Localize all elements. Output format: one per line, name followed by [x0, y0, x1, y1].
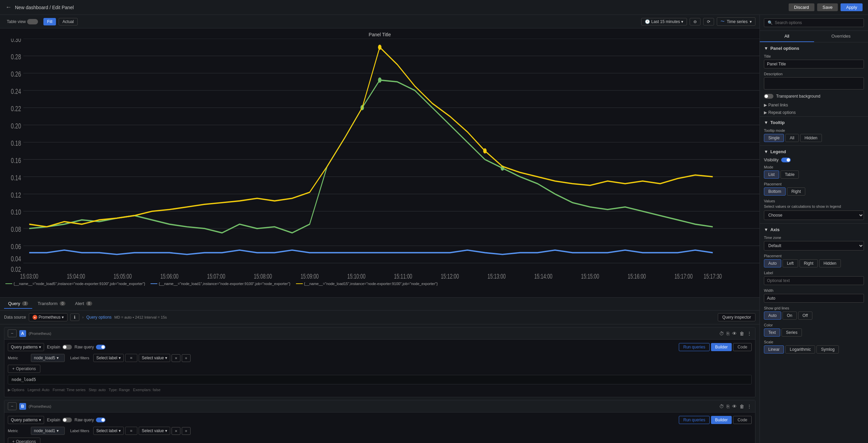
- legend-visibility-toggle[interactable]: [781, 158, 791, 162]
- tab-query[interactable]: Query 3: [4, 299, 32, 309]
- legend-values-select[interactable]: Choose: [764, 210, 864, 220]
- query-patterns-b[interactable]: Query patterns ▾: [8, 416, 44, 424]
- axis-header[interactable]: ▼ Axis: [764, 227, 864, 232]
- label-select-a[interactable]: Select label ▾: [93, 354, 124, 362]
- more-icon-a[interactable]: ⋮: [747, 331, 752, 336]
- delete-icon-b[interactable]: 🗑: [739, 404, 744, 409]
- axis-width-input[interactable]: [764, 294, 864, 303]
- fill-button[interactable]: Fill: [43, 18, 56, 25]
- eye-icon-b[interactable]: 👁: [732, 404, 737, 409]
- zoom-out-button[interactable]: ⊖: [690, 18, 701, 25]
- copy-icon-b[interactable]: ⎘: [727, 404, 729, 409]
- legend-label: Legend: [770, 149, 786, 154]
- table-view-toggle[interactable]: Table view: [4, 18, 41, 26]
- axis-timezone-select[interactable]: Default: [764, 241, 864, 250]
- axis-label-input[interactable]: [764, 276, 864, 285]
- code-a[interactable]: Code: [733, 343, 752, 351]
- run-queries-b[interactable]: Run queries: [679, 416, 710, 424]
- explain-toggle-a[interactable]: [62, 345, 72, 349]
- options-info-a[interactable]: ▶ Options Legend: Auto Format: Time seri…: [8, 386, 752, 394]
- axis-color-series[interactable]: Series: [782, 328, 802, 337]
- more-icon-b[interactable]: ⋮: [747, 404, 752, 409]
- axis-scale-symlog[interactable]: Symlog: [816, 345, 839, 354]
- copy-icon-a[interactable]: ⎘: [727, 331, 729, 336]
- discard-button[interactable]: Discard: [789, 3, 814, 11]
- legend-bottom[interactable]: Bottom: [764, 187, 786, 196]
- remove-filter-a[interactable]: ×: [172, 354, 180, 362]
- back-button[interactable]: ←: [5, 4, 12, 11]
- explain-toggle-b[interactable]: [62, 418, 72, 422]
- raw-query-toggle-a[interactable]: [96, 345, 105, 349]
- query-b-collapse[interactable]: −: [8, 402, 17, 410]
- legend-header[interactable]: ▼ Legend: [764, 149, 864, 154]
- code-b[interactable]: Code: [733, 416, 752, 424]
- axis-hidden[interactable]: Hidden: [819, 259, 841, 267]
- eye-icon-a[interactable]: 👁: [732, 331, 737, 336]
- axis-auto[interactable]: Auto: [764, 259, 781, 267]
- axis-scale-linear[interactable]: Linear: [764, 345, 784, 354]
- label-value-b[interactable]: Select value ▾: [139, 427, 170, 435]
- description-input[interactable]: [764, 77, 864, 89]
- query-inspector-button[interactable]: Query inspector: [718, 313, 755, 321]
- axis-color-text[interactable]: Text: [764, 328, 780, 337]
- axis-grid-on[interactable]: On: [783, 311, 797, 320]
- svg-text:15:06:00: 15:06:00: [160, 272, 179, 280]
- tooltip-hidden[interactable]: Hidden: [800, 134, 822, 142]
- builder-b[interactable]: Builder: [711, 416, 732, 424]
- time-range-picker[interactable]: 🕐 Last 15 minutes ▾: [641, 18, 687, 25]
- metric-select-a[interactable]: node_load5 ▾: [31, 354, 65, 362]
- add-operations-a[interactable]: + Operations: [8, 365, 40, 373]
- repeat-options-row[interactable]: ▶ Repeat options: [764, 109, 864, 116]
- tooltip-all[interactable]: All: [785, 134, 798, 142]
- tooltip-single[interactable]: Single: [764, 134, 784, 142]
- query-a-collapse[interactable]: −: [8, 329, 17, 337]
- label-select-b[interactable]: Select label ▾: [93, 427, 124, 435]
- actual-button[interactable]: Actual: [59, 18, 77, 25]
- axis-left[interactable]: Left: [783, 259, 798, 267]
- axis-grid-auto[interactable]: Auto: [764, 311, 781, 320]
- search-options-box[interactable]: 🔍: [764, 18, 864, 27]
- tooltip-header[interactable]: ▼ Tooltip: [764, 120, 864, 125]
- transparent-bg-toggle[interactable]: [764, 94, 773, 99]
- ds-info-button[interactable]: ℹ: [70, 314, 79, 321]
- builder-a[interactable]: Builder: [711, 343, 732, 351]
- add-filter-b[interactable]: +: [182, 427, 191, 435]
- tab-alert-badge: 0: [86, 301, 92, 306]
- legend-list[interactable]: List: [764, 170, 779, 179]
- delete-icon-a[interactable]: 🗑: [739, 331, 744, 336]
- panel-options-header[interactable]: ▼ Panel options: [764, 46, 864, 51]
- query-patterns-a[interactable]: Query patterns ▾: [8, 343, 44, 351]
- chevron-label-b: ▾: [119, 428, 121, 433]
- svg-text:0.24: 0.24: [11, 87, 21, 96]
- axis-right[interactable]: Right: [800, 259, 818, 267]
- panel-links-row[interactable]: ▶ Panel links: [764, 101, 864, 109]
- query-options-link[interactable]: Query options: [86, 315, 112, 320]
- axis-grid-off[interactable]: Off: [798, 311, 812, 320]
- tab-alert[interactable]: Alert 0: [71, 299, 96, 309]
- label-value-a[interactable]: Select value ▾: [139, 354, 170, 362]
- clock-icon-b[interactable]: ⏱: [719, 404, 724, 409]
- tab-transform[interactable]: Transform 0: [34, 299, 70, 309]
- axis-scale-log[interactable]: Logarithmic: [785, 345, 815, 354]
- tab-all[interactable]: All: [760, 31, 814, 42]
- add-operations-b[interactable]: + Operations: [8, 438, 40, 443]
- table-view-pill[interactable]: [27, 19, 38, 24]
- add-filter-a[interactable]: +: [182, 354, 191, 362]
- datasource-select[interactable]: ● Prometheus ▾: [29, 313, 68, 321]
- run-queries-a[interactable]: Run queries: [679, 343, 710, 351]
- save-button[interactable]: Save: [817, 3, 838, 11]
- metric-select-b[interactable]: node_load1 ▾: [31, 427, 65, 435]
- raw-query-toggle-b[interactable]: [96, 418, 105, 422]
- visualization-selector[interactable]: 〜 Time series ▾: [717, 17, 755, 26]
- tab-overrides[interactable]: Overrides: [814, 31, 868, 42]
- query-block-a: − A (Prometheus) ⏱ ⎘ 👁 🗑 ⋮ Query pattern: [4, 327, 755, 397]
- clock-icon-a[interactable]: ⏱: [719, 331, 724, 336]
- title-input[interactable]: [764, 60, 864, 68]
- title-option: Title: [764, 54, 864, 68]
- apply-button[interactable]: Apply: [841, 3, 863, 11]
- remove-filter-b[interactable]: ×: [172, 427, 180, 435]
- legend-right[interactable]: Right: [787, 187, 805, 196]
- legend-table[interactable]: Table: [781, 170, 799, 179]
- search-options-input[interactable]: [775, 20, 860, 25]
- refresh-button[interactable]: ⟳: [703, 18, 714, 25]
